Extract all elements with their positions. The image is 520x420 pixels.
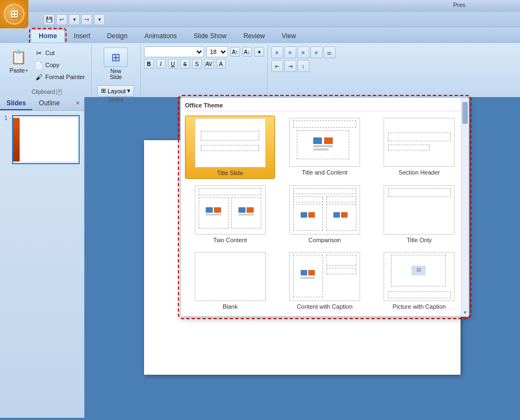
slide-1-row: 1 xyxy=(4,115,80,164)
layout-item-2[interactable]: Section Header xyxy=(374,116,464,179)
scroll-down-arrow[interactable]: ▼ xyxy=(463,310,468,315)
scroll-thumb xyxy=(462,102,468,124)
justify-button[interactable]: ≡ xyxy=(310,46,322,58)
clear-format-button[interactable]: ✦ xyxy=(254,47,264,57)
slides-tabs: Slides Outline × xyxy=(0,97,84,111)
svg-rect-15 xyxy=(308,270,315,275)
layout-name-4: Comparison xyxy=(308,237,340,243)
undo-dropdown[interactable]: ▾ xyxy=(69,14,80,25)
layout-panel: Office Theme Title Slide Title and Conte… xyxy=(180,97,469,317)
layout-scrollbar[interactable]: ▼ xyxy=(461,98,469,316)
layout-item-5[interactable]: Title Only xyxy=(374,183,464,245)
office-button[interactable]: ⊞ xyxy=(0,0,28,28)
layout-thumb-7 xyxy=(289,252,360,301)
clipboard-label: Clipboard xyxy=(32,89,55,95)
redo-button[interactable]: ↪ xyxy=(81,14,92,25)
layout-name-5: Title Only xyxy=(407,237,432,243)
layout-item-6[interactable]: Blank xyxy=(185,250,275,312)
indent-more-button[interactable]: ⇥ xyxy=(284,60,296,72)
columns-button[interactable]: ⚌ xyxy=(324,46,336,58)
layout-thumb-4 xyxy=(289,185,360,235)
layout-item-3[interactable]: Two Content xyxy=(185,183,275,245)
title-bar: Pres xyxy=(0,0,520,12)
layout-item-7[interactable]: Content with Caption xyxy=(279,250,369,312)
tab-view[interactable]: View xyxy=(274,29,304,43)
layout-panel-header: Office Theme xyxy=(185,102,464,111)
scissors-icon: ✂ xyxy=(34,49,43,57)
slide-accent-bar xyxy=(13,118,20,161)
font-select[interactable] xyxy=(144,46,204,57)
clipboard-expand[interactable]: ↗ xyxy=(56,89,62,95)
shadow-button[interactable]: S xyxy=(192,59,202,69)
tab-design[interactable]: Design xyxy=(99,29,135,43)
new-slide-label: NewSlide xyxy=(110,68,122,80)
layout-name-7: Content with Caption xyxy=(297,303,352,310)
layout-thumb-0 xyxy=(195,118,266,167)
strikethrough-button[interactable]: S̶ xyxy=(180,59,190,69)
spacing-button[interactable]: AV xyxy=(204,59,214,69)
layout-item-8[interactable]: 🖼 Picture with Caption xyxy=(374,250,464,312)
tab-insert[interactable]: Insert xyxy=(65,29,98,43)
copy-button[interactable]: 📄 Copy xyxy=(33,59,87,70)
tab-slides[interactable]: Slides xyxy=(0,97,32,110)
save-button[interactable]: 💾 xyxy=(44,14,55,25)
italic-button[interactable]: I xyxy=(156,59,166,69)
tab-animations[interactable]: Animations xyxy=(136,29,185,43)
layout-thumb-6 xyxy=(195,252,266,301)
alignment-group: ≡ ≡ ≡ ≡ ⚌ ⇤ ⇥ ↕ xyxy=(268,44,339,96)
tab-review[interactable]: Review xyxy=(235,29,273,43)
undo-button[interactable]: ↩ xyxy=(56,14,67,25)
layout-item-4[interactable]: Comparison xyxy=(279,183,369,245)
decrease-font-button[interactable]: A↓ xyxy=(242,47,252,57)
copy-icon: 📄 xyxy=(34,61,43,69)
cut-button[interactable]: ✂ Cut xyxy=(33,47,87,58)
svg-rect-8 xyxy=(247,207,254,213)
layout-thumb-8: 🖼 xyxy=(384,252,455,301)
format-painter-button[interactable]: 🖌 Format Painter xyxy=(33,71,87,82)
quick-access-toolbar: 💾 ↩ ▾ ↪ ▾ xyxy=(0,12,520,27)
slide-1-thumbnail[interactable] xyxy=(12,115,80,164)
layout-thumb-2 xyxy=(384,118,455,167)
align-right-button[interactable]: ≡ xyxy=(297,46,309,58)
slides-label: Slides xyxy=(109,97,123,103)
slide-thumb-inner xyxy=(13,118,79,161)
line-spacing-button[interactable]: ↕ xyxy=(297,60,309,72)
panel-close-button[interactable]: × xyxy=(71,97,84,110)
paste-icon: 📋 xyxy=(9,47,28,67)
indent-less-button[interactable]: ⇤ xyxy=(271,60,283,72)
svg-rect-7 xyxy=(238,207,246,213)
svg-rect-0 xyxy=(313,137,322,144)
svg-rect-13 xyxy=(341,212,348,218)
layout-name-2: Section Header xyxy=(398,169,440,176)
tab-home[interactable]: Home xyxy=(31,29,65,43)
layout-label: Layout xyxy=(107,88,125,94)
layout-name-6: Blank xyxy=(223,303,238,310)
slides-group: ⊞ NewSlide ⊞ Layout ▾ Slides xyxy=(92,44,141,96)
font-group: 18 A↑ A↓ ✦ B I U S̶ S AV A xyxy=(141,44,268,96)
increase-font-button[interactable]: A↑ xyxy=(230,47,240,57)
new-slide-icon: ⊞ xyxy=(104,47,128,67)
svg-text:🖼: 🖼 xyxy=(416,268,421,273)
underline-button[interactable]: U xyxy=(168,59,178,69)
slide-1-number: 1 xyxy=(4,115,8,121)
slide-thumbnail-area: 1 xyxy=(0,111,84,169)
svg-rect-14 xyxy=(301,270,307,275)
paste-button[interactable]: 📋 Paste ▾ xyxy=(7,46,31,75)
ribbon-tabs: Home Insert Design Animations Slide Show… xyxy=(0,27,520,43)
layout-item-1[interactable]: Title and Content xyxy=(279,116,369,179)
align-center-button[interactable]: ≡ xyxy=(284,46,296,58)
layout-arrow: ▾ xyxy=(127,87,130,94)
font-size-select[interactable]: 18 xyxy=(206,46,228,57)
bold-button[interactable]: B xyxy=(144,59,154,69)
clipboard-small-btns: ✂ Cut 📄 Copy 🖌 Format Painter xyxy=(33,46,87,82)
svg-rect-3 xyxy=(313,148,328,151)
tab-outline[interactable]: Outline xyxy=(32,97,66,110)
layout-item-0[interactable]: Title Slide xyxy=(185,116,275,179)
align-left-button[interactable]: ≡ xyxy=(271,46,283,58)
svg-rect-16 xyxy=(301,277,315,279)
more-button[interactable]: ▾ xyxy=(94,14,105,25)
layout-button[interactable]: ⊞ Layout ▾ xyxy=(97,85,134,97)
font-color-button[interactable]: A xyxy=(216,59,226,69)
new-slide-button[interactable]: ⊞ NewSlide xyxy=(99,46,132,81)
tab-slideshow[interactable]: Slide Show xyxy=(186,29,235,43)
